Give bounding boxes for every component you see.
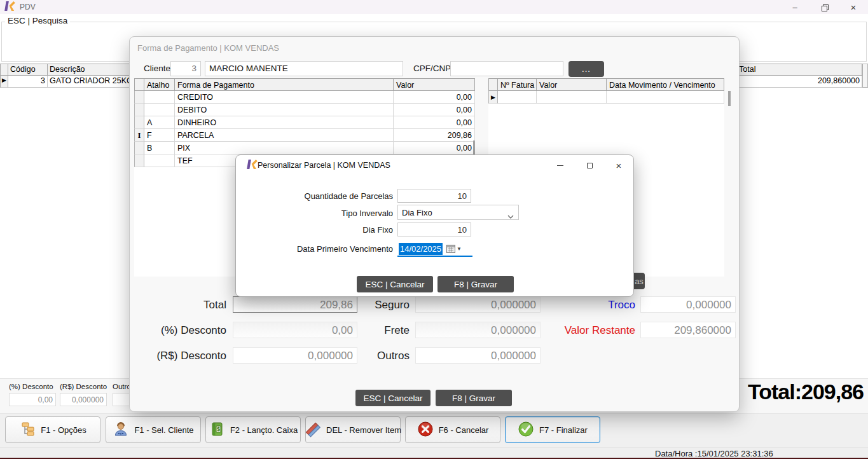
cancel-icon: [417, 421, 434, 439]
valor-restante-field[interactable]: 209,860000: [640, 322, 736, 338]
remover-item-button[interactable]: DEL - Remover Item: [305, 416, 401, 443]
cell-atalho: [144, 91, 175, 104]
cell-n-fatura: [498, 91, 537, 104]
col-data-movimento[interactable]: Data Movimento / Vencimento: [607, 78, 724, 91]
calendar-icon[interactable]: [446, 245, 455, 253]
search-cliente-button[interactable]: ...: [568, 61, 604, 77]
total-label: Total: [130, 299, 226, 312]
item-total: 209,860000: [737, 76, 862, 88]
row-selector-icon: ▶: [488, 91, 498, 104]
row-selector: [134, 91, 144, 104]
cell-valor: 209,86: [394, 129, 475, 142]
cancel-button[interactable]: ESC | Cancelar: [357, 276, 433, 292]
cash-book-icon: $: [209, 421, 225, 439]
personalizar-parcela-dialog: Personalizar Parcela | KOM VENDAS × Quan…: [235, 154, 634, 297]
table-row[interactable]: B PIX 0,00: [134, 142, 475, 154]
cancelar-button[interactable]: F6 - Cancelar: [405, 416, 500, 443]
row-selector: [134, 104, 144, 116]
finalizar-button-label: F7 - Finalizar: [539, 425, 588, 435]
dialog-minimize-button[interactable]: [551, 157, 570, 174]
fatura-grid: Nº Fatura Valor Data Movimento / Vencime…: [488, 78, 724, 104]
svg-text:$: $: [217, 426, 220, 432]
col-atalho[interactable]: Atalho: [144, 78, 175, 91]
cliente-label: Cliente: [144, 64, 170, 73]
save-button[interactable]: F8 | Gravar: [437, 276, 514, 292]
troco-field[interactable]: 0,000000: [640, 296, 736, 313]
cancel-button[interactable]: ESC | Cancelar: [355, 390, 431, 406]
items-grid-scrollbar[interactable]: [862, 64, 868, 88]
footer-rs-desconto-field[interactable]: 0,000000: [60, 393, 107, 406]
table-row[interactable]: CREDITO 0,00: [134, 91, 475, 104]
row-selector-icon: ▶: [0, 76, 8, 88]
sel-cliente-button[interactable]: F1 - Sel. Cliente: [106, 416, 201, 443]
dia-fixo-label: Dia Fixo: [236, 225, 393, 235]
cell-valor: 0,00: [394, 116, 475, 129]
cliente-name-field[interactable]: MARCIO MANENTE: [205, 61, 403, 76]
dialog-maximize-button[interactable]: [580, 157, 599, 174]
footer-pct-desconto-field[interactable]: 0,00: [9, 393, 56, 406]
cell-valor: 0,00: [394, 104, 475, 116]
col-valor[interactable]: Valor: [394, 78, 475, 91]
pdv-window: PDV – × ESC | Pesquisa Código Descrição …: [0, 0, 868, 459]
outros-field[interactable]: 0,000000: [415, 347, 541, 364]
cell-valor: 0,00: [394, 91, 475, 104]
close-icon: ×: [616, 160, 622, 171]
person-icon: [113, 421, 129, 439]
cliente-code-field[interactable]: 3: [170, 61, 201, 76]
rs-desconto-label: (R$) Desconto: [130, 350, 226, 362]
lancto-caixa-button-label: F2 - Lançto. Caixa: [230, 425, 298, 435]
search-group-label: ESC | Pesquisa: [5, 16, 70, 25]
footer-pct-desconto-label: (%) Desconto: [9, 383, 53, 390]
cell-forma: PARCELA: [175, 129, 394, 142]
save-button[interactable]: F8 | Gravar: [436, 390, 512, 406]
items-col-codigo[interactable]: Código: [8, 64, 48, 76]
lancto-caixa-button[interactable]: $ F2 - Lançto. Caixa: [205, 416, 301, 443]
payment-dialog-title: Forma de Pagamento | KOM VENDAS: [137, 43, 279, 53]
cpf-cnpj-field[interactable]: [450, 61, 563, 76]
col-forma-pagamento[interactable]: Forma de Pagamento: [175, 78, 394, 91]
qtd-parcelas-label: Quantidade de Parcelas: [236, 191, 393, 201]
parcela-dialog-title: Personalizar Parcela | KOM VENDAS: [258, 161, 390, 170]
row-edit-indicator: I: [134, 129, 144, 142]
toolbar: F1 - Opções F1 - Sel. Cliente $ F2 - Lan…: [0, 413, 868, 448]
cell-atalho: [144, 104, 175, 116]
qtd-parcelas-field[interactable]: 10: [397, 189, 471, 203]
datetime-status: Data/Hora :15/01/2025 23:31:36: [655, 449, 773, 458]
cell-forma: DINHEIRO: [175, 116, 394, 129]
table-row[interactable]: A DINHEIRO 0,00: [134, 116, 475, 129]
close-button[interactable]: ×: [839, 0, 868, 14]
finalizar-button[interactable]: F7 - Finalizar: [505, 416, 600, 443]
table-row[interactable]: ▶: [488, 91, 724, 104]
col-n-fatura[interactable]: Nº Fatura: [498, 78, 537, 91]
fatura-grid-scrollbar[interactable]: [728, 91, 731, 106]
check-icon: [518, 421, 534, 439]
outros-label: Outros: [320, 350, 410, 362]
data-primeiro-vencimento-field[interactable]: 14/02/2025 ▼: [397, 242, 472, 257]
table-row[interactable]: DEBITO 0,00: [134, 104, 475, 116]
cancelar-button-label: F6 - Cancelar: [439, 425, 489, 435]
cpf-cnpj-label: CPF/CNPJ: [413, 64, 455, 73]
dia-fixo-field[interactable]: 10: [397, 223, 471, 236]
col-fatura-valor[interactable]: Valor: [537, 78, 607, 91]
cell-atalho: A: [144, 116, 175, 129]
opcoes-button[interactable]: F1 - Opções: [5, 416, 100, 443]
maximize-button[interactable]: [809, 0, 839, 14]
items-col-total[interactable]: Total: [737, 64, 862, 76]
tipo-intervalo-select[interactable]: Dia Fixo: [397, 205, 519, 220]
maximize-icon: [587, 163, 593, 168]
dialog-close-button[interactable]: ×: [609, 157, 628, 174]
tipo-intervalo-value: Dia Fixo: [402, 208, 432, 217]
restore-icon: [822, 4, 827, 10]
minimize-icon: [557, 165, 563, 166]
window-title: PDV: [20, 3, 36, 11]
seguro-label: Seguro: [320, 299, 410, 312]
personalizar-parcelas-button[interactable]: as: [633, 273, 645, 289]
date-dropdown-icon[interactable]: ▼: [457, 246, 462, 252]
payment-grid-scrollbar[interactable]: [473, 140, 475, 154]
table-row[interactable]: I F PARCELA 209,86: [134, 129, 475, 142]
footer-outro-label: Outro: [113, 383, 131, 390]
valor-restante-label: Valor Restante: [486, 324, 635, 337]
minimize-button[interactable]: –: [780, 0, 809, 14]
item-codigo: 3: [8, 76, 48, 88]
cell-atalho: F: [144, 129, 175, 142]
